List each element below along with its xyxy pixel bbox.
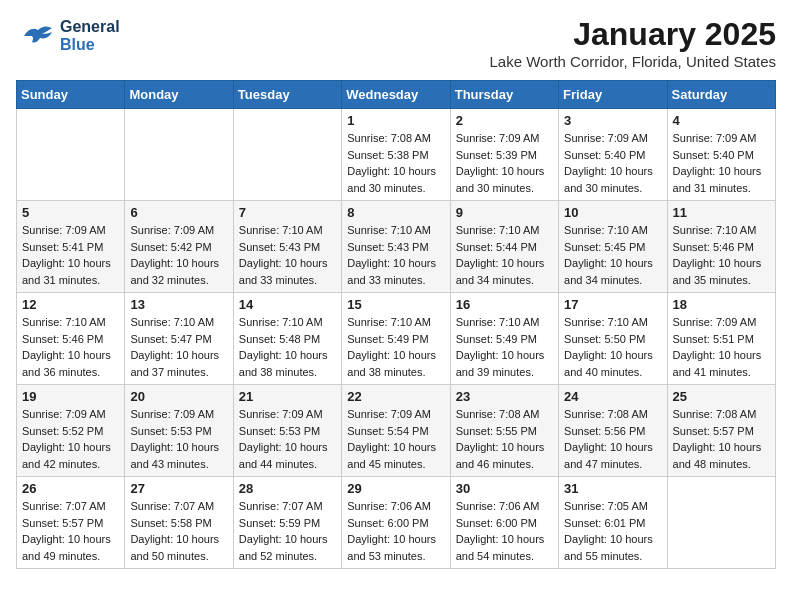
calendar-cell: 4Sunrise: 7:09 AMSunset: 5:40 PMDaylight…: [667, 109, 775, 201]
calendar-cell: 2Sunrise: 7:09 AMSunset: 5:39 PMDaylight…: [450, 109, 558, 201]
day-number: 23: [456, 389, 553, 404]
day-number: 1: [347, 113, 444, 128]
day-info: Sunrise: 7:07 AMSunset: 5:59 PMDaylight:…: [239, 498, 336, 564]
day-info: Sunrise: 7:10 AMSunset: 5:50 PMDaylight:…: [564, 314, 661, 380]
calendar-cell: 19Sunrise: 7:09 AMSunset: 5:52 PMDayligh…: [17, 385, 125, 477]
day-number: 10: [564, 205, 661, 220]
day-number: 17: [564, 297, 661, 312]
calendar-cell: 20Sunrise: 7:09 AMSunset: 5:53 PMDayligh…: [125, 385, 233, 477]
day-number: 8: [347, 205, 444, 220]
day-info: Sunrise: 7:09 AMSunset: 5:53 PMDaylight:…: [130, 406, 227, 472]
location: Lake Worth Corridor, Florida, United Sta…: [489, 53, 776, 70]
calendar-week-3: 12Sunrise: 7:10 AMSunset: 5:46 PMDayligh…: [17, 293, 776, 385]
day-info: Sunrise: 7:09 AMSunset: 5:52 PMDaylight:…: [22, 406, 119, 472]
calendar-cell: 27Sunrise: 7:07 AMSunset: 5:58 PMDayligh…: [125, 477, 233, 569]
day-number: 26: [22, 481, 119, 496]
calendar-cell: 24Sunrise: 7:08 AMSunset: 5:56 PMDayligh…: [559, 385, 667, 477]
calendar-header-thursday: Thursday: [450, 81, 558, 109]
day-number: 4: [673, 113, 770, 128]
calendar-cell: 1Sunrise: 7:08 AMSunset: 5:38 PMDaylight…: [342, 109, 450, 201]
day-info: Sunrise: 7:10 AMSunset: 5:47 PMDaylight:…: [130, 314, 227, 380]
calendar-header-friday: Friday: [559, 81, 667, 109]
month-title: January 2025: [489, 16, 776, 53]
day-info: Sunrise: 7:07 AMSunset: 5:57 PMDaylight:…: [22, 498, 119, 564]
calendar-cell: 13Sunrise: 7:10 AMSunset: 5:47 PMDayligh…: [125, 293, 233, 385]
calendar-cell: [125, 109, 233, 201]
day-info: Sunrise: 7:09 AMSunset: 5:40 PMDaylight:…: [673, 130, 770, 196]
calendar-table: SundayMondayTuesdayWednesdayThursdayFrid…: [16, 80, 776, 569]
day-number: 28: [239, 481, 336, 496]
title-area: January 2025 Lake Worth Corridor, Florid…: [489, 16, 776, 70]
day-number: 20: [130, 389, 227, 404]
calendar-cell: 17Sunrise: 7:10 AMSunset: 5:50 PMDayligh…: [559, 293, 667, 385]
calendar-header-wednesday: Wednesday: [342, 81, 450, 109]
calendar-cell: 9Sunrise: 7:10 AMSunset: 5:44 PMDaylight…: [450, 201, 558, 293]
calendar-week-2: 5Sunrise: 7:09 AMSunset: 5:41 PMDaylight…: [17, 201, 776, 293]
day-info: Sunrise: 7:09 AMSunset: 5:42 PMDaylight:…: [130, 222, 227, 288]
day-info: Sunrise: 7:09 AMSunset: 5:53 PMDaylight:…: [239, 406, 336, 472]
day-number: 6: [130, 205, 227, 220]
day-info: Sunrise: 7:08 AMSunset: 5:57 PMDaylight:…: [673, 406, 770, 472]
day-number: 15: [347, 297, 444, 312]
calendar-header-monday: Monday: [125, 81, 233, 109]
day-info: Sunrise: 7:10 AMSunset: 5:43 PMDaylight:…: [347, 222, 444, 288]
logo-blue: Blue: [60, 36, 120, 54]
calendar-cell: 7Sunrise: 7:10 AMSunset: 5:43 PMDaylight…: [233, 201, 341, 293]
calendar-cell: 16Sunrise: 7:10 AMSunset: 5:49 PMDayligh…: [450, 293, 558, 385]
logo: General Blue: [16, 16, 120, 56]
calendar-header-row: SundayMondayTuesdayWednesdayThursdayFrid…: [17, 81, 776, 109]
day-number: 22: [347, 389, 444, 404]
calendar-cell: [233, 109, 341, 201]
calendar-cell: 29Sunrise: 7:06 AMSunset: 6:00 PMDayligh…: [342, 477, 450, 569]
calendar-cell: 26Sunrise: 7:07 AMSunset: 5:57 PMDayligh…: [17, 477, 125, 569]
calendar-header-tuesday: Tuesday: [233, 81, 341, 109]
calendar-cell: 23Sunrise: 7:08 AMSunset: 5:55 PMDayligh…: [450, 385, 558, 477]
calendar-cell: 22Sunrise: 7:09 AMSunset: 5:54 PMDayligh…: [342, 385, 450, 477]
day-number: 9: [456, 205, 553, 220]
calendar-week-4: 19Sunrise: 7:09 AMSunset: 5:52 PMDayligh…: [17, 385, 776, 477]
day-number: 30: [456, 481, 553, 496]
day-number: 21: [239, 389, 336, 404]
day-info: Sunrise: 7:09 AMSunset: 5:54 PMDaylight:…: [347, 406, 444, 472]
calendar-cell: 3Sunrise: 7:09 AMSunset: 5:40 PMDaylight…: [559, 109, 667, 201]
calendar-header-saturday: Saturday: [667, 81, 775, 109]
calendar-cell: [17, 109, 125, 201]
day-info: Sunrise: 7:05 AMSunset: 6:01 PMDaylight:…: [564, 498, 661, 564]
day-info: Sunrise: 7:10 AMSunset: 5:45 PMDaylight:…: [564, 222, 661, 288]
day-number: 13: [130, 297, 227, 312]
day-number: 27: [130, 481, 227, 496]
day-number: 11: [673, 205, 770, 220]
calendar-cell: 10Sunrise: 7:10 AMSunset: 5:45 PMDayligh…: [559, 201, 667, 293]
page-header: General Blue January 2025 Lake Worth Cor…: [16, 16, 776, 70]
logo-general: General: [60, 18, 120, 36]
calendar-week-1: 1Sunrise: 7:08 AMSunset: 5:38 PMDaylight…: [17, 109, 776, 201]
calendar-cell: 8Sunrise: 7:10 AMSunset: 5:43 PMDaylight…: [342, 201, 450, 293]
day-info: Sunrise: 7:10 AMSunset: 5:49 PMDaylight:…: [456, 314, 553, 380]
day-number: 12: [22, 297, 119, 312]
calendar-cell: 14Sunrise: 7:10 AMSunset: 5:48 PMDayligh…: [233, 293, 341, 385]
calendar-cell: 25Sunrise: 7:08 AMSunset: 5:57 PMDayligh…: [667, 385, 775, 477]
calendar-cell: 21Sunrise: 7:09 AMSunset: 5:53 PMDayligh…: [233, 385, 341, 477]
calendar-cell: 28Sunrise: 7:07 AMSunset: 5:59 PMDayligh…: [233, 477, 341, 569]
calendar-cell: 11Sunrise: 7:10 AMSunset: 5:46 PMDayligh…: [667, 201, 775, 293]
calendar-week-5: 26Sunrise: 7:07 AMSunset: 5:57 PMDayligh…: [17, 477, 776, 569]
day-number: 18: [673, 297, 770, 312]
day-info: Sunrise: 7:09 AMSunset: 5:41 PMDaylight:…: [22, 222, 119, 288]
day-info: Sunrise: 7:08 AMSunset: 5:55 PMDaylight:…: [456, 406, 553, 472]
day-number: 14: [239, 297, 336, 312]
day-info: Sunrise: 7:10 AMSunset: 5:46 PMDaylight:…: [22, 314, 119, 380]
day-number: 2: [456, 113, 553, 128]
day-info: Sunrise: 7:07 AMSunset: 5:58 PMDaylight:…: [130, 498, 227, 564]
day-number: 31: [564, 481, 661, 496]
day-number: 3: [564, 113, 661, 128]
day-number: 25: [673, 389, 770, 404]
calendar-header-sunday: Sunday: [17, 81, 125, 109]
day-info: Sunrise: 7:09 AMSunset: 5:40 PMDaylight:…: [564, 130, 661, 196]
logo-icon: [16, 16, 56, 56]
day-info: Sunrise: 7:08 AMSunset: 5:38 PMDaylight:…: [347, 130, 444, 196]
day-info: Sunrise: 7:10 AMSunset: 5:48 PMDaylight:…: [239, 314, 336, 380]
day-info: Sunrise: 7:10 AMSunset: 5:43 PMDaylight:…: [239, 222, 336, 288]
day-info: Sunrise: 7:10 AMSunset: 5:49 PMDaylight:…: [347, 314, 444, 380]
calendar-cell: 5Sunrise: 7:09 AMSunset: 5:41 PMDaylight…: [17, 201, 125, 293]
calendar-cell: 15Sunrise: 7:10 AMSunset: 5:49 PMDayligh…: [342, 293, 450, 385]
